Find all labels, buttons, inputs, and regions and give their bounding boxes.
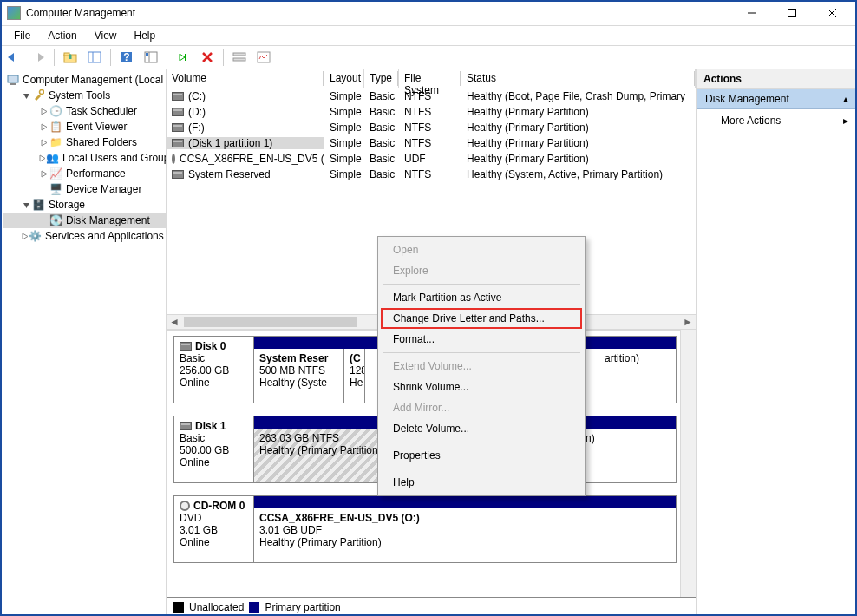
disk-partitions: CCSA_X86FRE_EN-US_DV5 (O:)3.01 GB UDFHea… xyxy=(254,496,676,562)
disk: CD-ROM 0DVD3.01 GBOnlineCCSA_X86FRE_EN-U… xyxy=(173,495,677,563)
tree-device-manager[interactable]: 🖥️Device Manager xyxy=(3,181,166,197)
chevron-right-icon[interactable] xyxy=(38,154,46,162)
chevron-right-icon[interactable] xyxy=(38,139,49,147)
forward-button[interactable] xyxy=(28,47,49,68)
nav-tree: Computer Management (Local System Tools … xyxy=(0,69,167,616)
svg-rect-1 xyxy=(788,9,796,16)
svg-rect-20 xyxy=(10,83,16,85)
volume-fs: NTFS xyxy=(399,168,461,180)
help-icon[interactable]: ? xyxy=(116,47,137,68)
toolbar: ? xyxy=(0,45,857,69)
actions-more-label: More Actions xyxy=(721,115,781,127)
disk-icon: 💽 xyxy=(49,213,62,227)
tree-task-scheduler[interactable]: 🕒Task Scheduler xyxy=(3,103,166,119)
tree-storage[interactable]: 🗄️ Storage xyxy=(3,197,166,213)
svg-rect-16 xyxy=(233,53,245,56)
vertical-scrollbar[interactable] xyxy=(680,330,696,597)
volume-layout: Simple xyxy=(324,106,364,118)
ctx-mark-active[interactable]: Mark Partition as Active xyxy=(381,287,582,308)
scroll-thumb[interactable] xyxy=(184,317,357,327)
perf-icon: 📈 xyxy=(49,167,62,180)
actions-group[interactable]: Disk Management ▴ xyxy=(697,89,857,109)
partition[interactable]: (C128He xyxy=(344,349,365,403)
svg-point-21 xyxy=(40,90,44,95)
show-hide-tree-icon[interactable] xyxy=(84,47,105,68)
volume-name: (F:) xyxy=(188,121,205,134)
tree-services[interactable]: ⚙️ Services and Applications xyxy=(3,228,166,244)
volume-layout: Simple xyxy=(324,168,364,180)
chevron-right-icon: ▸ xyxy=(843,115,848,127)
chevron-right-icon[interactable] xyxy=(21,233,29,240)
disk-icon xyxy=(172,123,184,132)
tree-event-viewer[interactable]: 📋Event Viewer xyxy=(3,119,166,134)
settings-icon[interactable] xyxy=(253,47,274,68)
disk-icon xyxy=(180,422,192,430)
maximize-button[interactable] xyxy=(772,0,812,26)
close-button[interactable] xyxy=(812,0,852,26)
volume-row[interactable]: (D:)SimpleBasicNTFSHealthy (Primary Part… xyxy=(167,104,696,120)
ctx-shrink[interactable]: Shrink Volume... xyxy=(381,377,582,397)
partition-title: System Reser xyxy=(259,352,338,364)
tree-disk-management[interactable]: 💽Disk Management xyxy=(3,213,166,228)
ctx-help[interactable]: Help xyxy=(381,472,582,493)
volume-fs: UDF xyxy=(399,153,461,165)
volume-row[interactable]: (F:)SimpleBasicNTFSHealthy (Primary Part… xyxy=(167,120,696,135)
list-settings-icon[interactable] xyxy=(229,47,250,68)
volume-type: Basic xyxy=(364,106,399,118)
chevron-right-icon[interactable] xyxy=(38,123,49,131)
col-volume[interactable]: Volume xyxy=(167,69,324,88)
partition[interactable]: CCSA_X86FRE_EN-US_DV5 (O:)3.01 GB UDFHea… xyxy=(254,508,497,562)
svg-rect-6 xyxy=(88,52,101,62)
delete-icon[interactable] xyxy=(197,47,218,68)
disk-size: 256.00 GB xyxy=(180,364,248,377)
volume-row[interactable]: (Disk 1 partition 1)SimpleBasicNTFSHealt… xyxy=(167,135,696,151)
tree-system-tools[interactable]: System Tools xyxy=(3,88,166,103)
refresh-icon[interactable] xyxy=(173,47,193,68)
tree-root[interactable]: Computer Management (Local xyxy=(3,72,166,88)
back-button[interactable] xyxy=(3,47,24,68)
col-type[interactable]: Type xyxy=(364,69,399,88)
tree-local-users[interactable]: 👥Local Users and Groups xyxy=(3,150,166,166)
volume-status: Healthy (Boot, Page File, Crash Dump, Pr… xyxy=(461,90,696,102)
volume-layout: Simple xyxy=(324,137,364,149)
chevron-right-icon[interactable] xyxy=(38,108,49,115)
col-filesystem[interactable]: File System xyxy=(399,69,461,88)
cd-icon xyxy=(180,501,190,511)
device-icon: 🖥️ xyxy=(49,182,62,196)
menubar: File Action View Help xyxy=(0,26,857,45)
chevron-down-icon[interactable] xyxy=(21,201,31,209)
ctx-extend: Extend Volume... xyxy=(381,356,582,377)
properties-icon[interactable] xyxy=(141,47,161,68)
scroll-right-icon[interactable]: ► xyxy=(680,315,696,329)
menu-action[interactable]: Action xyxy=(41,28,83,43)
volume-row[interactable]: CCSA_X86FRE_EN-US_DV5 (O:)SimpleBasicUDF… xyxy=(167,151,696,167)
ctx-separator xyxy=(383,469,580,469)
volume-type: Basic xyxy=(364,153,399,165)
menu-help[interactable]: Help xyxy=(128,28,163,43)
col-status[interactable]: Status xyxy=(461,69,696,88)
chevron-down-icon[interactable] xyxy=(21,92,31,100)
legend-primary-label: Primary partition xyxy=(265,601,340,613)
scroll-left-icon[interactable]: ◄ xyxy=(167,315,182,329)
volume-layout: Simple xyxy=(324,121,364,134)
partition-size: 128 xyxy=(350,364,359,377)
actions-more[interactable]: More Actions ▸ xyxy=(697,109,857,132)
ctx-delete[interactable]: Delete Volume... xyxy=(381,418,582,439)
tree-shared-folders[interactable]: 📁Shared Folders xyxy=(3,134,166,150)
ctx-change-drive-letter[interactable]: Change Drive Letter and Paths... xyxy=(381,308,582,329)
ctx-format[interactable]: Format... xyxy=(381,329,582,350)
tree-label: Task Scheduler xyxy=(66,105,137,117)
menu-file[interactable]: File xyxy=(7,28,37,43)
collapse-icon: ▴ xyxy=(843,93,848,105)
col-layout[interactable]: Layout xyxy=(324,69,364,88)
partition[interactable]: System Reser500 MB NTFSHealthy (Syste xyxy=(254,349,344,403)
minimize-button[interactable] xyxy=(732,0,772,26)
ctx-properties[interactable]: Properties xyxy=(381,445,582,466)
folder-up-icon[interactable] xyxy=(60,47,81,68)
volume-type: Basic xyxy=(364,90,399,102)
tree-performance[interactable]: 📈Performance xyxy=(3,166,166,181)
svg-rect-13 xyxy=(185,54,186,61)
chevron-right-icon[interactable] xyxy=(38,170,49,178)
menu-view[interactable]: View xyxy=(88,28,124,43)
volume-row[interactable]: System ReservedSimpleBasicNTFSHealthy (S… xyxy=(167,167,696,182)
